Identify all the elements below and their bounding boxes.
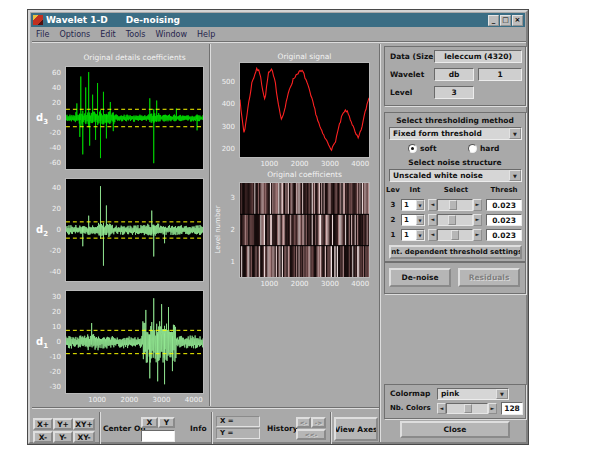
d2-coefficients-plot[interactable] <box>65 178 204 282</box>
slider-right-arrow-icon[interactable]: ► <box>473 229 482 241</box>
threshold-method-select[interactable]: Fixed form threshold ▼ <box>389 127 522 140</box>
slider-thumb[interactable] <box>448 215 456 225</box>
chevron-down-icon[interactable]: ▼ <box>509 170 521 181</box>
window-titlebar[interactable]: Wavelet 1-D De-noising _ □ × <box>31 13 525 27</box>
minimize-button[interactable]: _ <box>488 15 499 26</box>
slider-right-arrow-icon[interactable]: ► <box>473 214 482 226</box>
menu-bar: File Options Edit Tools Window Help <box>31 28 525 40</box>
axis-tick-label: -40 <box>40 144 61 152</box>
d3-coefficients-plot[interactable] <box>65 66 204 170</box>
slider-track[interactable] <box>437 214 473 226</box>
slider-track[interactable] <box>446 403 488 414</box>
close-window-button[interactable]: × <box>512 15 523 26</box>
row3-threshold-slider[interactable]: ◄ ► <box>428 199 482 211</box>
zoom-y-plus-button[interactable]: Y+ <box>53 418 73 430</box>
history-back-button[interactable]: <- <box>296 417 311 428</box>
wavelet-label: Wavelet <box>390 70 424 79</box>
menu-tools[interactable]: Tools <box>121 30 151 39</box>
noise-structure-select[interactable]: Unscaled white noise ▼ <box>389 169 522 182</box>
row2-threshold-value[interactable]: 0.023 <box>486 214 522 226</box>
details-plots-title: Original details coefficients <box>60 53 209 62</box>
row1-threshold-value[interactable]: 0.023 <box>486 229 522 241</box>
axis-tick-label: 3000 <box>318 160 342 168</box>
axis-tick-label: 10 <box>40 323 61 331</box>
chevron-down-icon[interactable]: ▼ <box>416 215 424 225</box>
axis-tick-label: 40 <box>40 84 61 92</box>
slider-left-arrow-icon[interactable]: ◄ <box>428 229 437 241</box>
slider-track[interactable] <box>437 229 473 241</box>
colormap-select[interactable]: pink ▼ <box>437 388 509 400</box>
row3-interval-select[interactable]: 1 ▼ <box>401 199 425 211</box>
divider <box>211 412 213 444</box>
hard-radio-label[interactable]: hard <box>480 144 499 153</box>
row2-interval-select[interactable]: 1 ▼ <box>401 214 425 226</box>
noise-structure-label: Select noise structure <box>384 158 526 167</box>
slider-thumb[interactable] <box>449 200 457 210</box>
slider-right-arrow-icon[interactable]: ► <box>488 403 497 414</box>
d2-axis-label: d2 <box>36 224 48 238</box>
int-dependent-threshold-button[interactable]: Int. dependent threshold settings <box>389 245 522 259</box>
chevron-down-icon[interactable]: ▼ <box>496 389 508 399</box>
original-signal-plot[interactable] <box>239 62 370 158</box>
slider-thumb[interactable] <box>464 404 472 413</box>
chevron-down-icon[interactable]: ▼ <box>416 230 424 240</box>
hard-radio[interactable] <box>468 144 477 153</box>
d2-axis-label-sub: 2 <box>43 230 48 238</box>
chevron-down-icon[interactable]: ▼ <box>509 128 521 139</box>
row3-threshold-value[interactable]: 0.023 <box>486 199 522 211</box>
view-axes-button[interactable]: View Axes <box>334 417 378 441</box>
axis-tick-label: 60 <box>40 69 61 77</box>
slider-right-arrow-icon[interactable]: ► <box>473 199 482 211</box>
slider-thumb[interactable] <box>451 230 459 240</box>
axis-tick-label: 3000 <box>318 280 342 288</box>
residuals-button[interactable]: Residuals <box>458 268 520 287</box>
menu-options[interactable]: Options <box>54 30 95 39</box>
menu-help[interactable]: Help <box>192 30 220 39</box>
row1-threshold-slider[interactable]: ◄ ► <box>428 229 482 241</box>
axis-tick-label: 2000 <box>288 280 312 288</box>
zoom-xy-minus-button[interactable]: XY- <box>73 431 95 443</box>
desktop: Wavelet 1-D De-noising _ □ × File Option… <box>0 0 600 465</box>
maximize-button[interactable]: □ <box>500 15 511 26</box>
axis-tick-label: 3000 <box>150 396 174 404</box>
zoom-y-minus-button[interactable]: Y- <box>53 431 73 443</box>
center-y-button[interactable]: Y <box>158 417 175 428</box>
menu-window[interactable]: Window <box>150 30 192 39</box>
slider-left-arrow-icon[interactable]: ◄ <box>428 199 437 211</box>
nb-colors-value[interactable]: 128 <box>501 402 523 415</box>
axis-tick-label: 4000 <box>182 396 206 404</box>
threshold-method-value: Fixed form threshold <box>390 128 509 139</box>
axis-tick-label: 20 <box>40 205 61 213</box>
chevron-down-icon[interactable]: ▼ <box>416 200 424 210</box>
history-reset-button[interactable]: <<- <box>296 429 326 440</box>
axis-tick-label: -30 <box>40 383 61 391</box>
d3-axis-label: d3 <box>36 112 48 126</box>
center-x-button[interactable]: X <box>141 417 158 428</box>
soft-radio[interactable] <box>408 144 417 153</box>
close-button[interactable]: Close <box>400 421 510 438</box>
zoom-x-minus-button[interactable]: X- <box>33 431 53 443</box>
original-coefficients-plot[interactable] <box>239 182 370 278</box>
axis-tick-label: 2000 <box>117 396 141 404</box>
d3-axis-label-sub: 3 <box>43 118 48 126</box>
menu-edit[interactable]: Edit <box>95 30 121 39</box>
axis-tick-label: 30 <box>40 293 61 301</box>
nb-colors-slider[interactable]: ◄ ► <box>437 403 497 414</box>
d1-coefficients-plot[interactable] <box>65 290 204 394</box>
zoom-xy-plus-button[interactable]: XY+ <box>73 418 95 430</box>
denoise-button[interactable]: De-noise <box>389 268 451 287</box>
soft-radio-label[interactable]: soft <box>420 144 436 153</box>
slider-track[interactable] <box>437 199 473 211</box>
row2-threshold-slider[interactable]: ◄ ► <box>428 214 482 226</box>
zoom-x-plus-button[interactable]: X+ <box>33 418 53 430</box>
history-forward-button[interactable]: -> <box>311 417 326 428</box>
row1-interval-select[interactable]: 1 ▼ <box>401 229 425 241</box>
history-label: History <box>267 424 298 433</box>
menu-file[interactable]: File <box>31 30 54 39</box>
center-on-input[interactable] <box>141 430 175 442</box>
row1-interval-value: 1 <box>402 230 416 240</box>
axis-tick-label: 1 <box>222 258 235 266</box>
slider-left-arrow-icon[interactable]: ◄ <box>437 403 446 414</box>
slider-left-arrow-icon[interactable]: ◄ <box>428 214 437 226</box>
col-header-int: Int <box>404 186 426 194</box>
